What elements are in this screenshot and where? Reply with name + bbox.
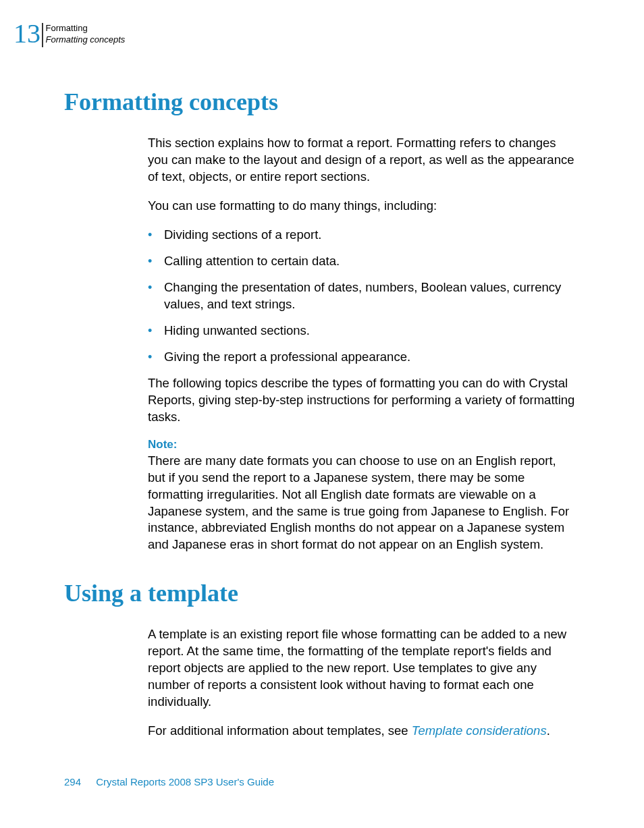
section2-para2-prefix: For additional information about templat… xyxy=(148,723,412,738)
list-item: Hiding unwanted sections. xyxy=(148,323,576,339)
header-divider xyxy=(42,23,43,47)
header-text-block: Formatting Formatting concepts xyxy=(46,20,126,46)
note-text: There are many date formats you can choo… xyxy=(148,453,576,554)
list-item: Dividing sections of a report. xyxy=(148,227,576,244)
section2-body: A template is an existing report file wh… xyxy=(148,626,576,740)
section2-para1: A template is an existing report file wh… xyxy=(148,626,576,711)
section2-para2-suffix: . xyxy=(547,723,550,738)
section-title-formatting-concepts: Formatting concepts xyxy=(64,88,576,116)
header-section-title: Formatting concepts xyxy=(46,34,126,46)
page-header: 13 Formatting Formatting concepts xyxy=(14,20,125,47)
note-label: Note: xyxy=(148,438,576,451)
page-number: 294 xyxy=(64,776,81,788)
list-item: Giving the report a professional appeara… xyxy=(148,349,576,366)
list-item: Calling attention to certain data. xyxy=(148,253,576,270)
section-title-using-template: Using a template xyxy=(64,579,576,607)
main-content: Formatting concepts This section explain… xyxy=(64,88,576,752)
template-considerations-link[interactable]: Template considerations xyxy=(412,723,547,738)
page-footer: 294 Crystal Reports 2008 SP3 User's Guid… xyxy=(64,776,274,788)
section1-bullet-list: Dividing sections of a report. Calling a… xyxy=(148,227,576,366)
section1-body: This section explains how to format a re… xyxy=(148,135,576,553)
section2-para2: For additional information about templat… xyxy=(148,723,576,740)
footer-document-title: Crystal Reports 2008 SP3 User's Guide xyxy=(96,776,274,788)
section1-para3: The following topics describe the types … xyxy=(148,375,576,426)
chapter-number: 13 xyxy=(14,20,41,47)
section1-para1: This section explains how to format a re… xyxy=(148,135,576,186)
header-chapter-title: Formatting xyxy=(46,23,126,34)
list-item: Changing the presentation of dates, numb… xyxy=(148,279,576,313)
section2: Using a template A template is an existi… xyxy=(64,579,576,740)
section1-para2: You can use formatting to do many things… xyxy=(148,198,576,215)
